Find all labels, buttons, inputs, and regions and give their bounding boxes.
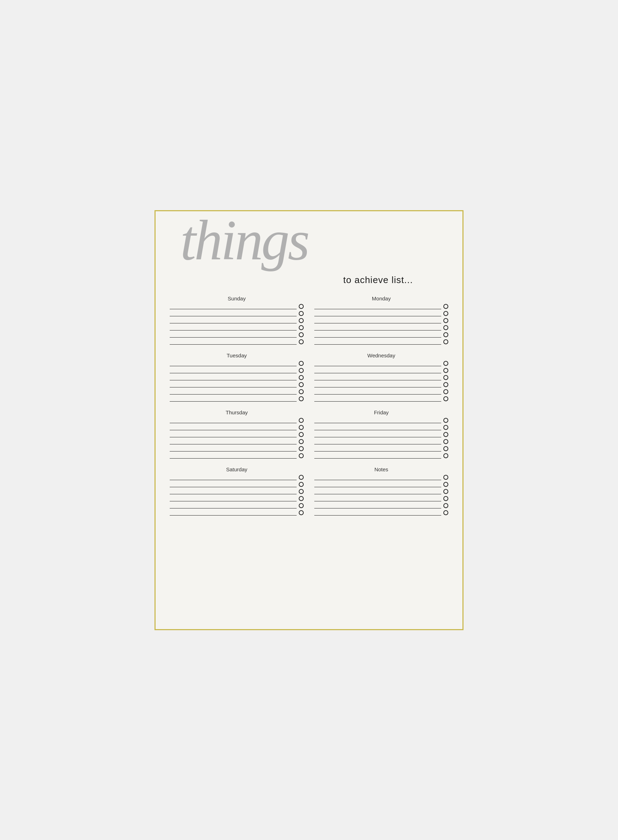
task-checkbox[interactable] [299,453,304,458]
task-line [314,503,441,508]
task-checkbox[interactable] [443,368,448,373]
task-checkbox[interactable] [443,375,448,380]
task-checkbox[interactable] [443,482,448,487]
task-checkbox[interactable] [299,396,304,401]
day-section-thursday: Thursday [170,410,304,460]
task-checkbox[interactable] [443,339,448,344]
task-item [170,489,304,494]
task-line [314,424,441,430]
task-checkbox[interactable] [299,489,304,494]
task-line [314,489,441,494]
task-item [314,389,448,395]
task-item [170,332,304,338]
task-checkbox[interactable] [443,389,448,394]
task-checkbox[interactable] [443,439,448,444]
task-checkbox[interactable] [299,482,304,487]
task-checkbox[interactable] [299,432,304,437]
task-checkbox[interactable] [443,503,448,508]
task-line [170,424,297,430]
task-item [314,453,448,459]
title-things: things [180,215,308,266]
task-line [170,304,297,309]
task-checkbox[interactable] [299,389,304,394]
task-checkbox[interactable] [299,361,304,366]
task-line [314,496,441,501]
task-checkbox[interactable] [443,396,448,401]
task-line [314,417,441,423]
task-checkbox[interactable] [299,446,304,451]
task-item [170,446,304,451]
task-item [170,439,304,444]
task-item [314,417,448,423]
task-checkbox[interactable] [443,382,448,387]
task-item [170,360,304,366]
task-checkbox[interactable] [443,446,448,451]
task-line [314,446,441,451]
task-item [170,339,304,345]
task-item [314,339,448,345]
task-checkbox[interactable] [299,332,304,337]
task-checkbox[interactable] [299,418,304,423]
task-line [170,453,297,459]
task-checkbox[interactable] [299,510,304,515]
task-item [170,375,304,380]
task-item [314,325,448,331]
task-checkbox[interactable] [299,496,304,501]
task-checkbox[interactable] [299,439,304,444]
task-item [314,375,448,380]
task-list-wednesday [314,360,448,402]
task-checkbox[interactable] [299,311,304,316]
task-checkbox[interactable] [299,325,304,330]
task-line [314,396,441,402]
task-checkbox[interactable] [443,510,448,515]
task-checkbox[interactable] [299,425,304,430]
task-checkbox[interactable] [443,304,448,309]
task-item [170,424,304,430]
day-label-friday: Friday [314,410,448,416]
task-checkbox[interactable] [443,496,448,501]
task-checkbox[interactable] [443,489,448,494]
task-line [314,510,441,515]
task-item [314,489,448,494]
task-item [314,311,448,316]
task-checkbox[interactable] [443,311,448,316]
task-line [314,325,441,331]
task-list-saturday [170,475,304,515]
task-checkbox[interactable] [299,368,304,373]
task-checkbox[interactable] [443,332,448,337]
header: things to achieve list... [170,218,448,289]
task-checkbox[interactable] [299,375,304,380]
task-checkbox[interactable] [443,318,448,323]
task-item [314,396,448,402]
task-item [170,510,304,515]
task-checkbox[interactable] [443,425,448,430]
day-section-monday: Monday [314,295,448,346]
task-line [314,304,441,309]
task-checkbox[interactable] [299,503,304,508]
task-checkbox[interactable] [443,453,448,458]
task-item [170,496,304,501]
task-checkbox[interactable] [299,339,304,344]
task-line [170,396,297,402]
day-section-saturday: Saturday [170,466,304,517]
task-line [314,318,441,323]
task-checkbox[interactable] [299,475,304,480]
title-subtitle: to achieve list... [343,275,413,286]
task-checkbox[interactable] [299,304,304,309]
task-checkbox[interactable] [443,418,448,423]
day-label-tuesday: Tuesday [170,352,304,359]
day-label-sunday: Sunday [170,295,304,301]
task-checkbox[interactable] [443,432,448,437]
task-checkbox[interactable] [443,325,448,330]
task-line [170,481,297,487]
task-checkbox[interactable] [443,361,448,366]
task-line [170,439,297,444]
task-line [170,360,297,366]
task-line [170,446,297,451]
task-checkbox[interactable] [443,475,448,480]
task-checkbox[interactable] [299,318,304,323]
day-section-sunday: Sunday [170,295,304,346]
task-checkbox[interactable] [299,382,304,387]
task-item [314,368,448,373]
task-line [314,375,441,380]
